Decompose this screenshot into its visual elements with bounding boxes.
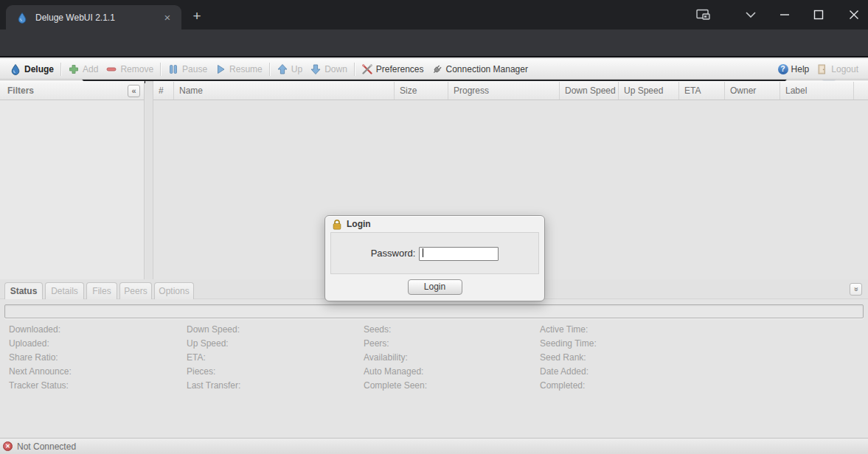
tab-status[interactable]: Status (4, 282, 43, 299)
tab-title: Deluge WebUI 2.1.1 (35, 13, 161, 23)
remove-button[interactable]: Remove (102, 61, 157, 77)
label-down-speed: Down Speed: (187, 324, 240, 338)
connection-status-text: Not Connected (17, 441, 76, 452)
tab-close-icon[interactable]: × (161, 11, 174, 24)
column-header-downspeed[interactable]: Down Speed (560, 82, 619, 99)
login-dialog-header: Login (325, 216, 544, 232)
password-label: Password: (371, 248, 416, 259)
up-arrow-icon (277, 63, 288, 75)
login-dialog-footer: Login (325, 274, 544, 299)
column-header-number[interactable]: # (153, 82, 174, 99)
not-connected-icon: ✕ (3, 441, 13, 451)
label-last-transfer: Last Transfer: (187, 380, 240, 394)
login-dialog-title: Login (347, 219, 371, 229)
label-peers: Peers: (364, 338, 427, 352)
lock-icon (332, 219, 342, 230)
panel-collapse-button[interactable]: « (850, 283, 862, 296)
label-availability: Availability: (364, 352, 427, 366)
deluge-favicon-icon (16, 12, 28, 24)
pause-icon (167, 63, 179, 75)
column-header-name[interactable]: Name (174, 82, 395, 99)
filters-collapse-button[interactable]: « (128, 85, 140, 97)
queue-up-button[interactable]: Up (273, 61, 306, 77)
password-input[interactable] (419, 247, 499, 261)
column-header-upspeed[interactable]: Up Speed (619, 82, 679, 99)
label-completed: Completed: (540, 380, 597, 394)
pause-button[interactable]: Pause (164, 61, 211, 77)
column-header-filler (854, 82, 868, 99)
label-downloaded: Downloaded: (9, 324, 72, 338)
window-close-button[interactable] (839, 0, 868, 29)
new-tab-button[interactable]: + (189, 8, 205, 24)
filters-panel-header: Filters « (0, 81, 145, 100)
deluge-logo-icon (10, 63, 21, 75)
connection-status-bar: ✕ Not Connected (0, 438, 868, 454)
remove-minus-icon (105, 63, 117, 75)
browser-tab-bar: Deluge WebUI 2.1.1 × + (0, 0, 868, 29)
preferences-button[interactable]: Preferences (358, 61, 428, 77)
status-labels-col1: Downloaded: Uploaded: Share Ratio: Next … (9, 324, 72, 394)
status-labels-col2: Down Speed: Up Speed: ETA: Pieces: Last … (187, 324, 240, 394)
column-header-progress[interactable]: Progress (448, 82, 560, 99)
column-header-eta[interactable]: ETA (679, 82, 725, 99)
label-tracker-status: Tracker Status: (9, 380, 72, 394)
tab-details[interactable]: Details (45, 282, 84, 299)
column-header-label[interactable]: Label (780, 82, 854, 99)
browser-navbar: Inseguro 192.168.0.117 :8112 ☆ ⋮ (0, 29, 868, 57)
label-up-speed: Up Speed: (187, 338, 240, 352)
tab-preview-icon[interactable] (690, 0, 717, 29)
screen: Deluge WebUI 2.1.1 × + (0, 0, 868, 454)
browser-tab[interactable]: Deluge WebUI 2.1.1 × (6, 5, 181, 29)
queue-down-button[interactable]: Down (306, 61, 351, 77)
add-button[interactable]: Add (64, 61, 102, 77)
resume-button[interactable]: Resume (211, 61, 266, 77)
maximize-button[interactable] (805, 0, 832, 29)
plug-icon (431, 63, 443, 75)
down-arrow-icon (310, 63, 322, 75)
tab-options[interactable]: Options (154, 282, 194, 299)
column-header-owner[interactable]: Owner (725, 82, 780, 99)
label-uploaded: Uploaded: (9, 338, 72, 352)
label-seeding-time: Seeding Time: (540, 338, 597, 352)
label-eta: ETA: (187, 352, 240, 366)
help-icon: ? (778, 64, 788, 74)
add-plus-icon (68, 63, 80, 75)
login-dialog: Login Password: Login (324, 215, 545, 301)
logout-button[interactable]: Logout (813, 61, 862, 77)
chevron-down-icon[interactable] (737, 0, 764, 29)
label-next-announce: Next Announce: (9, 366, 72, 380)
label-seed-rank: Seed Rank: (540, 352, 597, 366)
logout-door-icon (816, 63, 828, 75)
minimize-button[interactable] (771, 0, 798, 29)
preferences-tools-icon (361, 63, 373, 75)
deluge-brand: Deluge (6, 61, 58, 77)
torrent-grid-header: # Name Size Progress Down Speed Up Speed… (153, 81, 868, 100)
torrent-progress-bar (4, 304, 864, 318)
tab-files[interactable]: Files (86, 282, 117, 299)
text-caret (423, 248, 423, 257)
label-pieces: Pieces: (187, 366, 240, 380)
filters-title: Filters (7, 85, 34, 96)
connection-manager-button[interactable]: Connection Manager (428, 61, 532, 77)
label-share-ratio: Share Ratio: (9, 352, 72, 366)
panel-splitter[interactable] (145, 81, 153, 279)
status-labels-col4: Active Time: Seeding Time: Seed Rank: Da… (540, 324, 597, 394)
deluge-toolbar: Deluge Add Remove Pause Resume (0, 59, 868, 80)
label-seeds: Seeds: (364, 324, 427, 338)
filters-panel-body (0, 100, 145, 279)
help-button[interactable]: ? Help (774, 61, 813, 77)
label-auto-managed: Auto Managed: (364, 366, 427, 380)
label-active-time: Active Time: (540, 324, 597, 338)
login-dialog-body: Password: (330, 232, 539, 274)
resume-play-icon (215, 63, 226, 75)
tab-peers[interactable]: Peers (119, 282, 152, 299)
label-complete-seen: Complete Seen: (364, 380, 427, 394)
column-header-size[interactable]: Size (395, 82, 448, 99)
label-date-added: Date Added: (540, 366, 597, 380)
login-button[interactable]: Login (408, 279, 462, 295)
status-labels-col3: Seeds: Peers: Availability: Auto Managed… (364, 324, 427, 394)
